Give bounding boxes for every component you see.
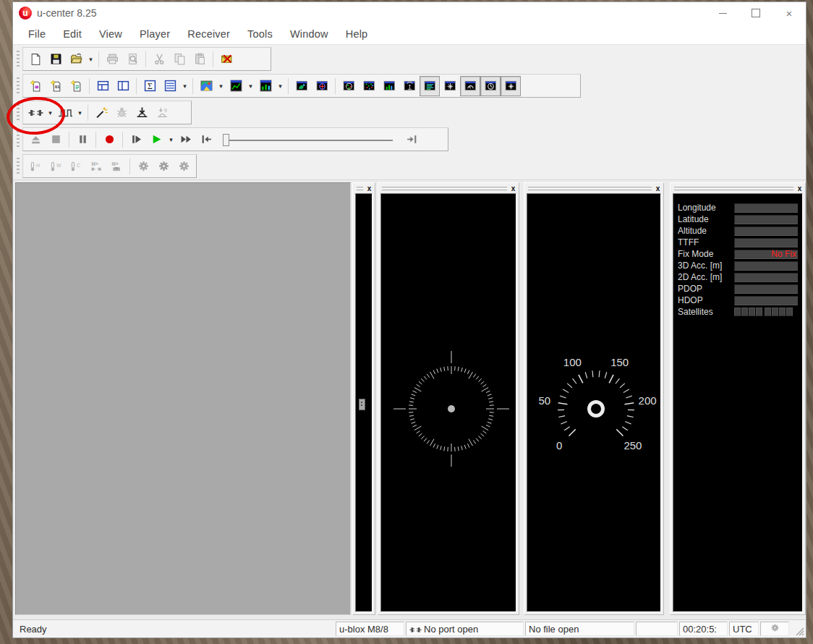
open-file-dropdown[interactable]: ▾ [86, 49, 95, 69]
compass-window-button[interactable] [440, 76, 460, 96]
status-settings[interactable] [760, 622, 789, 636]
debug-icon [116, 106, 128, 119]
svg-text:W: W [56, 163, 61, 168]
dock-layout-vertical-button[interactable] [113, 76, 133, 96]
menu-item-help[interactable]: Help [337, 28, 377, 40]
new-file-button[interactable] [25, 49, 46, 69]
deviation-map-window-button[interactable] [312, 76, 332, 96]
menu-item-window[interactable]: Window [281, 28, 337, 40]
statistics-view-button[interactable]: Σ [140, 76, 160, 96]
menu-item-tools[interactable]: Tools [239, 28, 281, 40]
maximize-icon [752, 9, 760, 17]
table-view-button[interactable] [160, 76, 180, 96]
map-window-button[interactable] [291, 76, 312, 96]
jump-to-start-button[interactable] [196, 130, 216, 150]
close-button[interactable]: × [772, 2, 806, 24]
speedometer-window-button[interactable] [460, 76, 480, 96]
toolbar-grip[interactable] [17, 131, 20, 148]
close-logfile-button[interactable] [216, 49, 237, 69]
dock-close-icon[interactable]: x [654, 185, 662, 192]
data-field-label: PDOP [678, 284, 702, 294]
dock-title-speedometer[interactable]: x [526, 184, 662, 192]
dock-title-compass[interactable]: x [380, 184, 517, 192]
open-file-button[interactable] [66, 49, 86, 69]
data-field-label: Fix Mode [678, 249, 713, 259]
toolbar-grip[interactable] [17, 158, 20, 174]
minimize-button[interactable] [706, 2, 739, 24]
menu-item-view[interactable]: View [90, 28, 131, 40]
clock-window-button[interactable] [480, 76, 501, 96]
message-histogram-window-button[interactable] [379, 76, 399, 96]
dock-close-icon[interactable]: x [365, 185, 373, 192]
cut-icon [153, 53, 166, 65]
dock-title-data[interactable]: x [672, 184, 804, 192]
menu-item-receiver[interactable]: Receiver [179, 28, 239, 40]
dock-title-console[interactable]: x [354, 184, 373, 192]
data-row-fix-mode: Fix ModeNo Fix [673, 248, 802, 260]
antenna-window-button[interactable] [399, 76, 420, 96]
packet-view-window-button[interactable] [359, 76, 379, 96]
play-icon [150, 133, 163, 145]
dock-grip[interactable] [528, 186, 652, 190]
autobaud-wand-button[interactable] [91, 103, 111, 123]
map-view-button[interactable] [196, 76, 216, 96]
text-console-window-button[interactable] [420, 76, 440, 96]
baudrate-button[interactable] [55, 103, 75, 123]
toolbar-grip[interactable] [17, 104, 20, 121]
data-row-satellites: Satellites [673, 306, 802, 318]
svg-text:M+: M+ [91, 161, 98, 166]
dock-grip[interactable] [357, 186, 363, 190]
table-view-dropdown[interactable]: ▾ [180, 76, 190, 96]
play-dropdown[interactable]: ▾ [166, 130, 176, 150]
dock-close-icon[interactable]: x [509, 185, 517, 192]
new-log-window-button[interactable] [25, 76, 46, 96]
pause-button[interactable] [72, 130, 93, 150]
menu-item-file[interactable]: File [20, 28, 54, 40]
dock-layout-horizontal-button[interactable] [93, 76, 113, 96]
sky-view-window-button[interactable] [339, 76, 359, 96]
step-forward-button[interactable] [126, 130, 146, 150]
dock-layout-vertical-icon [117, 80, 129, 92]
save-file-button[interactable] [46, 49, 66, 69]
toolbar-grip[interactable] [17, 51, 20, 67]
new-log-date-button[interactable]: 01 [46, 76, 66, 96]
dock-grip[interactable] [674, 186, 793, 190]
firmware-download-button[interactable] [132, 103, 152, 123]
play-button[interactable] [146, 130, 166, 150]
com-port-button[interactable] [25, 103, 46, 123]
toolbar-separator [127, 157, 133, 176]
chart-view-button[interactable] [226, 76, 246, 96]
record-button[interactable] [99, 130, 119, 150]
jump-to-end-button[interactable] [401, 130, 422, 150]
menu-item-edit[interactable]: Edit [54, 28, 90, 40]
speedometer-window-icon [464, 80, 477, 92]
mini-scroll-thumb[interactable] [359, 399, 365, 410]
data-row-pdop: PDOP [673, 283, 802, 295]
pause-icon [77, 133, 89, 145]
save-config-file-button: M+ [106, 156, 127, 177]
dock-grip[interactable] [382, 186, 507, 190]
packet-view-window-icon [363, 80, 375, 92]
com-port-dropdown[interactable]: ▾ [46, 103, 55, 123]
slider-thumb[interactable] [223, 134, 229, 146]
fast-forward-icon [180, 133, 192, 145]
toolbar-separator [210, 50, 216, 69]
new-log-notes-button[interactable] [66, 76, 86, 96]
histogram-view-button[interactable] [255, 76, 276, 96]
title-bar: u u-center 8.25 × [13, 2, 806, 24]
menu-item-player[interactable]: Player [131, 28, 179, 40]
toolbar-grip[interactable] [17, 77, 20, 94]
playback-position-slider[interactable] [219, 130, 399, 149]
dock-close-icon[interactable]: x [796, 185, 804, 192]
mdi-client-workspace [15, 182, 351, 615]
status-receiver-model: u-blox M8/8 [336, 622, 404, 636]
fast-forward-button[interactable] [176, 130, 196, 150]
resize-grip[interactable] [790, 620, 806, 637]
maximize-button[interactable] [739, 2, 772, 24]
altimeter-window-button[interactable] [501, 76, 521, 96]
satellite-segment [779, 308, 786, 316]
histogram-view-dropdown[interactable]: ▾ [276, 76, 285, 96]
baudrate-dropdown[interactable]: ▾ [75, 103, 85, 123]
chart-view-dropdown[interactable]: ▾ [246, 76, 255, 96]
map-view-dropdown[interactable]: ▾ [216, 76, 226, 96]
